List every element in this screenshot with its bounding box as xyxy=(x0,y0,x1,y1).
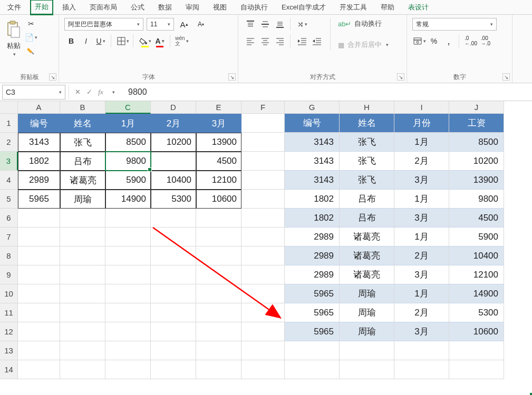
percent-button[interactable]: % xyxy=(427,35,441,47)
t1-cell-r3-c2[interactable]: 9800 xyxy=(105,152,151,171)
cell-J13[interactable] xyxy=(449,341,504,360)
formula-dropdown[interactable]: ▾ xyxy=(108,90,119,95)
cell-D13[interactable] xyxy=(151,341,196,360)
cell-C9[interactable] xyxy=(105,265,151,284)
t2-cell-r5-c1[interactable]: 吕布 xyxy=(340,190,394,209)
t1-cell-r4-c3[interactable]: 10400 xyxy=(151,171,196,190)
t1-cell-r5-c3[interactable]: 5300 xyxy=(151,190,196,209)
cut-button[interactable]: ✂ xyxy=(25,18,37,29)
tab-6[interactable]: 审阅 xyxy=(181,1,204,14)
row-header-11[interactable]: 11 xyxy=(0,303,18,322)
cell-E10[interactable] xyxy=(196,284,241,303)
col-header-A[interactable]: A xyxy=(18,101,60,114)
cell-F12[interactable] xyxy=(241,322,285,341)
row-header-10[interactable]: 10 xyxy=(0,284,18,303)
select-all-corner[interactable] xyxy=(0,101,18,114)
t2-cell-r11-c0[interactable]: 5965 xyxy=(285,303,340,322)
cell-B12[interactable] xyxy=(60,322,105,341)
t1-cell-r5-c4[interactable]: 10600 xyxy=(196,190,241,209)
cell-B14[interactable] xyxy=(60,360,105,379)
tab-2[interactable]: 插入 xyxy=(58,1,80,14)
t2-cell-r2-c3[interactable]: 8500 xyxy=(449,133,504,152)
t1-cell-r2-c4[interactable]: 13900 xyxy=(196,133,241,152)
increase-font-button[interactable]: A▴ xyxy=(177,18,191,31)
t2-cell-r6-c3[interactable]: 4500 xyxy=(449,209,504,228)
cell-C14[interactable] xyxy=(105,360,151,379)
copy-button[interactable]: 📄▾ xyxy=(25,32,37,43)
t1-header-2[interactable]: 1月 xyxy=(105,114,151,133)
t2-cell-r2-c1[interactable]: 张飞 xyxy=(340,133,394,152)
wrap-text-button[interactable]: ab↵ 自动换行 xyxy=(336,18,391,29)
cell-F13[interactable] xyxy=(241,341,285,360)
t2-cell-r7-c2[interactable]: 1月 xyxy=(394,228,449,246)
increase-indent-button[interactable] xyxy=(310,35,324,47)
col-header-I[interactable]: I xyxy=(394,101,449,114)
t2-cell-r8-c2[interactable]: 2月 xyxy=(394,246,449,265)
merge-center-button[interactable]: ▦ 合并后居中 ▾ xyxy=(336,39,391,51)
cell-D8[interactable] xyxy=(151,246,196,265)
cell-D10[interactable] xyxy=(151,284,196,303)
cell-F5[interactable] xyxy=(241,190,285,209)
cell-E13[interactable] xyxy=(196,341,241,360)
tab-9[interactable]: Excel自学成才 xyxy=(277,1,330,14)
decrease-font-button[interactable]: A▾ xyxy=(194,18,208,31)
align-center-button[interactable] xyxy=(258,35,272,47)
number-launcher[interactable]: ↘ xyxy=(502,73,510,81)
t2-cell-r10-c2[interactable]: 1月 xyxy=(394,284,449,303)
format-painter-button[interactable] xyxy=(25,45,37,57)
col-header-G[interactable]: G xyxy=(285,101,340,114)
t1-cell-r3-c0[interactable]: 1802 xyxy=(18,152,60,171)
align-bottom-button[interactable] xyxy=(273,18,287,31)
t2-cell-r9-c1[interactable]: 诸葛亮 xyxy=(340,265,394,284)
t2-cell-r2-c0[interactable]: 3143 xyxy=(285,133,340,152)
row-header-6[interactable]: 6 xyxy=(0,209,18,228)
align-left-button[interactable] xyxy=(244,35,257,47)
row-header-9[interactable]: 9 xyxy=(0,265,18,284)
accounting-format-button[interactable]: ▾ xyxy=(412,35,426,47)
cell-C13[interactable] xyxy=(105,341,151,360)
t2-cell-r6-c2[interactable]: 3月 xyxy=(394,209,449,228)
cell-H13[interactable] xyxy=(340,341,394,360)
col-header-B[interactable]: B xyxy=(60,101,105,114)
comma-button[interactable]: , xyxy=(442,35,456,47)
t1-cell-r4-c0[interactable]: 2989 xyxy=(18,171,60,190)
t2-cell-r12-c1[interactable]: 周瑜 xyxy=(340,322,394,341)
tab-0[interactable]: 文件 xyxy=(3,1,25,14)
align-right-button[interactable] xyxy=(273,35,287,47)
bold-button[interactable]: B xyxy=(64,35,78,47)
decrease-decimal-button[interactable]: .00→.0 xyxy=(479,35,492,47)
row-header-4[interactable]: 4 xyxy=(0,171,18,190)
cell-B11[interactable] xyxy=(60,303,105,322)
cell-F8[interactable] xyxy=(241,246,285,265)
cell-E14[interactable] xyxy=(196,360,241,379)
font-launcher[interactable]: ↘ xyxy=(228,73,236,81)
cell-F3[interactable] xyxy=(241,152,285,171)
t2-cell-r5-c3[interactable]: 9800 xyxy=(449,190,504,209)
fill-color-button[interactable]: ▾ xyxy=(138,35,152,47)
col-header-J[interactable]: J xyxy=(449,101,504,114)
t1-cell-r3-c3[interactable] xyxy=(151,152,196,171)
t1-cell-r2-c0[interactable]: 3143 xyxy=(18,133,60,152)
row-header-3[interactable]: 3 xyxy=(0,152,18,171)
row-header-14[interactable]: 14 xyxy=(0,360,18,379)
cell-C12[interactable] xyxy=(105,322,151,341)
t2-cell-r6-c1[interactable]: 吕布 xyxy=(340,209,394,228)
t2-cell-r9-c2[interactable]: 3月 xyxy=(394,265,449,284)
t2-cell-r4-c2[interactable]: 3月 xyxy=(394,171,449,190)
cell-E11[interactable] xyxy=(196,303,241,322)
align-top-button[interactable] xyxy=(244,18,257,31)
cell-C8[interactable] xyxy=(105,246,151,265)
cell-E12[interactable] xyxy=(196,322,241,341)
cell-E9[interactable] xyxy=(196,265,241,284)
spreadsheet-grid[interactable]: ABCDEFGHIJ1编号姓名1月2月3月编号姓名月份工资23143张飞8500… xyxy=(0,101,532,379)
cell-B13[interactable] xyxy=(60,341,105,360)
row-header-13[interactable]: 13 xyxy=(0,341,18,360)
name-box[interactable]: C3▾ xyxy=(2,85,65,100)
row-header-5[interactable]: 5 xyxy=(0,190,18,209)
row-header-7[interactable]: 7 xyxy=(0,228,18,246)
cell-A13[interactable] xyxy=(18,341,60,360)
t1-header-4[interactable]: 3月 xyxy=(196,114,241,133)
cell-E8[interactable] xyxy=(196,246,241,265)
t2-cell-r11-c3[interactable]: 5300 xyxy=(449,303,504,322)
cell-C10[interactable] xyxy=(105,284,151,303)
